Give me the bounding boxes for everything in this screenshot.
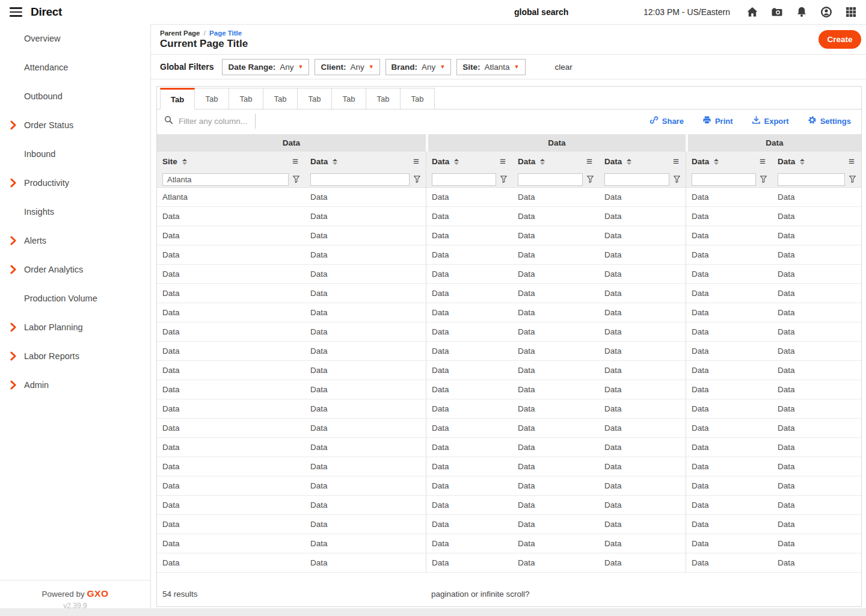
column-menu-icon[interactable]: ≡ — [292, 156, 298, 167]
funnel-icon[interactable] — [414, 176, 420, 183]
column-filter-field-3[interactable] — [432, 173, 496, 186]
sidebar-item-labor-planning[interactable]: Labor Planning — [0, 313, 150, 342]
apps-grid-icon[interactable] — [845, 6, 857, 18]
table-row[interactable]: DataDataDataDataDataDataData — [157, 476, 861, 496]
menu-icon[interactable] — [10, 7, 22, 17]
table-cell: Data — [772, 188, 861, 206]
user-icon[interactable] — [820, 6, 832, 18]
tab-1[interactable]: Tab — [160, 88, 195, 109]
column-filter-field-1[interactable] — [162, 173, 289, 186]
export-button[interactable]: Export — [752, 116, 789, 126]
sidebar-item-alerts[interactable]: Alerts — [0, 226, 150, 255]
clear-filters-link[interactable]: clear — [555, 63, 573, 72]
camera-icon[interactable] — [771, 6, 783, 18]
sidebar-item-order-status[interactable]: Order Status — [0, 111, 150, 140]
filter-cell — [426, 171, 512, 188]
column-filter-field-4[interactable] — [518, 173, 583, 186]
funnel-icon[interactable] — [293, 176, 299, 183]
column-menu-icon[interactable]: ≡ — [413, 156, 419, 167]
sidebar-item-insights[interactable]: Insights — [0, 197, 150, 226]
table-row[interactable]: AtlantaDataDataDataDataDataData — [157, 188, 861, 207]
column-header-data-3[interactable]: Data≡ — [426, 152, 512, 171]
table-cell: Data — [305, 399, 426, 418]
breadcrumb-parent[interactable]: Parent Page — [160, 29, 200, 37]
column-filter-field-5[interactable] — [604, 173, 669, 186]
column-header-site-1[interactable]: Site≡ — [157, 152, 305, 171]
tab-5[interactable]: Tab — [297, 88, 332, 109]
column-menu-icon[interactable]: ≡ — [586, 156, 592, 167]
table-row[interactable]: DataDataDataDataDataDataData — [157, 226, 861, 245]
tab-6[interactable]: Tab — [331, 88, 366, 109]
sidebar-item-outbound[interactable]: Outbound — [0, 82, 150, 111]
table-cell: Data — [599, 553, 686, 572]
table-row[interactable]: DataDataDataDataDataDataData — [157, 534, 861, 553]
share-button[interactable]: Share — [650, 116, 684, 126]
global-search[interactable]: global search — [514, 0, 568, 24]
tab-2[interactable]: Tab — [194, 88, 229, 109]
filter-dropdown-brand[interactable]: Brand:Any▼ — [385, 59, 452, 75]
table-cell: Data — [772, 245, 861, 264]
funnel-icon[interactable] — [587, 176, 594, 183]
table-cell: Data — [426, 534, 512, 553]
sidebar-item-order-analytics[interactable]: Order Analytics — [0, 255, 150, 284]
table-row[interactable]: DataDataDataDataDataDataData — [157, 380, 861, 399]
column-filter-field-6[interactable] — [692, 173, 756, 186]
table-row[interactable]: DataDataDataDataDataDataData — [157, 419, 861, 438]
column-header-data-7[interactable]: Data≡ — [772, 152, 861, 171]
sidebar-item-productivity[interactable]: Productivity — [0, 168, 150, 197]
funnel-icon[interactable] — [674, 176, 680, 183]
funnel-icon[interactable] — [500, 176, 507, 183]
sidebar-item-overview[interactable]: Overview — [0, 24, 150, 53]
table-row[interactable]: DataDataDataDataDataDataData — [157, 496, 861, 515]
table-row[interactable]: DataDataDataDataDataDataData — [157, 265, 861, 284]
table-row[interactable]: DataDataDataDataDataDataData — [157, 342, 861, 361]
table-row[interactable]: DataDataDataDataDataDataData — [157, 361, 861, 380]
column-header-data-5[interactable]: Data≡ — [599, 152, 686, 171]
table-row[interactable]: DataDataDataDataDataDataData — [157, 245, 861, 265]
breadcrumb-current[interactable]: Page Title — [209, 29, 242, 37]
table-row[interactable]: DataDataDataDataDataDataData — [157, 207, 861, 226]
column-filter-input[interactable] — [179, 117, 250, 126]
filter-dropdown-client[interactable]: Client:Any▼ — [315, 59, 379, 75]
tab-4[interactable]: Tab — [263, 88, 298, 109]
tab-8[interactable]: Tab — [400, 88, 435, 109]
sidebar-item-production-volume[interactable]: Production Volume — [0, 284, 150, 313]
column-menu-icon[interactable]: ≡ — [849, 156, 855, 167]
column-menu-icon[interactable]: ≡ — [673, 156, 679, 167]
horizontal-scrollbar-track[interactable] — [0, 608, 866, 616]
print-button[interactable]: Print — [702, 116, 733, 126]
column-filter-field-7[interactable] — [778, 173, 845, 186]
table-row[interactable]: DataDataDataDataDataDataData — [157, 399, 861, 419]
column-header-data-6[interactable]: Data≡ — [686, 152, 772, 171]
filter-dropdown-date-range[interactable]: Date Range:Any▼ — [222, 59, 309, 75]
sidebar-item-inbound[interactable]: Inbound — [0, 140, 150, 168]
home-icon[interactable] — [746, 6, 758, 18]
tab-3[interactable]: Tab — [229, 88, 263, 109]
create-button[interactable]: Create — [818, 30, 861, 49]
sidebar-item-attendance[interactable]: Attendance — [0, 53, 150, 82]
table-cell: Data — [686, 438, 772, 457]
table-cell: Data — [305, 361, 426, 380]
sidebar-item-admin[interactable]: Admin — [0, 371, 150, 399]
table-row[interactable]: DataDataDataDataDataDataData — [157, 284, 861, 303]
filter-dropdown-site[interactable]: Site:Atlanta▼ — [456, 59, 525, 75]
tab-7[interactable]: Tab — [366, 88, 401, 109]
column-header-data-2[interactable]: Data≡ — [305, 152, 426, 171]
column-menu-icon[interactable]: ≡ — [500, 156, 506, 167]
table-row[interactable]: DataDataDataDataDataDataData — [157, 457, 861, 476]
table-row[interactable]: DataDataDataDataDataDataData — [157, 553, 861, 573]
table-cell: Data — [772, 457, 861, 476]
settings-button[interactable]: Settings — [808, 116, 851, 126]
column-filter-field-2[interactable] — [310, 173, 410, 186]
table-row[interactable]: DataDataDataDataDataDataData — [157, 438, 861, 457]
filter-cell — [512, 171, 599, 188]
table-row[interactable]: DataDataDataDataDataDataData — [157, 322, 861, 342]
column-header-data-4[interactable]: Data≡ — [512, 152, 599, 171]
funnel-icon[interactable] — [849, 176, 856, 183]
column-menu-icon[interactable]: ≡ — [760, 156, 766, 167]
table-row[interactable]: DataDataDataDataDataDataData — [157, 515, 861, 534]
table-row[interactable]: DataDataDataDataDataDataData — [157, 303, 861, 322]
funnel-icon[interactable] — [760, 176, 767, 183]
sidebar-item-labor-reports[interactable]: Labor Reports — [0, 342, 150, 371]
bell-icon[interactable] — [796, 6, 808, 18]
